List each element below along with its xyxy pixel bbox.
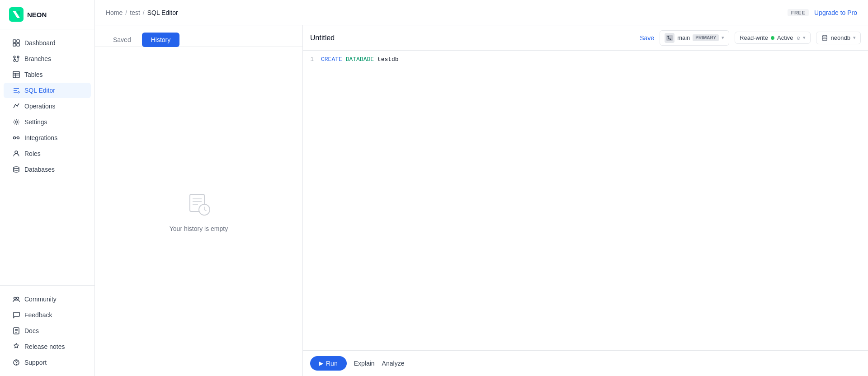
svg-rect-3 [13, 43, 16, 46]
keyword-create: CREATE [321, 56, 342, 63]
chevron-down-icon: ▾ [722, 35, 724, 41]
feedback-icon [13, 311, 20, 319]
support-icon [13, 359, 20, 366]
community-icon [13, 296, 20, 303]
status-dot [771, 36, 774, 40]
sidebar-item-label: Roles [24, 150, 41, 157]
sidebar-item-label: SQL Editor [24, 87, 55, 94]
primary-badge: PRIMARY [693, 34, 719, 41]
status-label: Active [777, 34, 793, 41]
settings-icon [13, 118, 20, 126]
breadcrumb-project[interactable]: test [130, 9, 140, 16]
neon-logo-icon [9, 7, 24, 22]
chevron-down-icon: ▾ [803, 35, 806, 41]
line-number: 1 [303, 56, 321, 63]
sidebar-nav: Dashboard Branches Tables SQL Ed [0, 29, 94, 285]
db-name: neondb [831, 34, 850, 41]
breadcrumb-sep2: / [143, 9, 145, 16]
main-area: Home / test / SQL Editor FREE Upgrade to… [95, 0, 868, 376]
svg-point-24 [16, 364, 17, 365]
sidebar-item-label: Tables [24, 71, 42, 78]
sidebar-item-tables[interactable]: Tables [4, 67, 91, 82]
svg-point-15 [15, 151, 18, 154]
tables-icon [13, 71, 20, 78]
svg-point-6 [17, 56, 19, 58]
history-content: Your history is empty [95, 47, 302, 376]
svg-rect-4 [17, 43, 19, 46]
breadcrumb-home[interactable]: Home [106, 9, 123, 16]
sidebar-item-label: Operations [24, 103, 55, 110]
sidebar-item-databases[interactable]: Databases [4, 162, 91, 177]
topbar: Home / test / SQL Editor FREE Upgrade to… [95, 0, 868, 25]
explain-button[interactable]: Explain [354, 360, 375, 367]
sidebar-item-branches[interactable]: Branches [4, 51, 91, 66]
code-line-1: 1 CREATE DATABADE testdb [303, 56, 868, 63]
databases-icon [13, 166, 20, 173]
branch-icon-svg [666, 35, 673, 41]
sidebar-item-support[interactable]: Support [4, 355, 91, 370]
sidebar-item-docs[interactable]: Docs [4, 323, 91, 338]
sidebar-item-sql-editor[interactable]: SQL Editor [4, 83, 91, 98]
sidebar-item-label: Community [24, 296, 57, 303]
code-value: testdb [377, 56, 399, 63]
sidebar-item-label: Databases [24, 166, 55, 173]
svg-point-14 [17, 137, 19, 139]
right-panel: Untitled Save main PRIMARY ▾ [303, 25, 868, 376]
branch-selector[interactable]: main PRIMARY ▾ [660, 30, 729, 46]
sidebar-bottom: Community Feedback Docs Release notes [0, 285, 94, 376]
compute-option: e [797, 34, 800, 41]
history-empty-icon [185, 191, 212, 218]
sidebar-item-label: Dashboard [24, 39, 56, 47]
left-panel: Saved History Your history is empty [95, 25, 303, 376]
editor-title: Untitled [310, 34, 634, 42]
chevron-down-icon: ▾ [853, 35, 856, 41]
breadcrumb-current: SQL Editor [147, 9, 178, 16]
run-button[interactable]: ▶ Run [310, 356, 347, 371]
save-button[interactable]: Save [640, 34, 654, 42]
compute-selector[interactable]: Read-write Active e ▾ [735, 32, 811, 44]
sidebar: NEON Dashboard Branches Tables [0, 0, 95, 376]
sidebar-item-release-notes[interactable]: Release notes [4, 339, 91, 354]
svg-point-13 [14, 137, 16, 139]
code-content: CREATE DATABADE testdb [321, 56, 399, 63]
tab-saved[interactable]: Saved [104, 33, 140, 47]
editor-header: Untitled Save main PRIMARY ▾ [303, 25, 868, 51]
sidebar-item-label: Branches [24, 55, 51, 62]
code-editor[interactable]: 1 CREATE DATABADE testdb [303, 51, 868, 350]
run-label: Run [326, 360, 338, 367]
sidebar-item-roles[interactable]: Roles [4, 146, 91, 161]
history-empty-text: Your history is empty [170, 225, 228, 232]
sidebar-item-integrations[interactable]: Integrations [4, 130, 91, 146]
release-notes-icon [13, 343, 20, 350]
sidebar-item-operations[interactable]: Operations [4, 99, 91, 114]
db-selector[interactable]: neondb ▾ [816, 32, 861, 44]
keyword-database: DATABADE [346, 56, 374, 63]
database-icon [821, 34, 828, 42]
sidebar-item-feedback[interactable]: Feedback [4, 307, 91, 323]
branch-name: main [677, 34, 690, 41]
sidebar-item-label: Support [24, 359, 47, 366]
sidebar-item-label: Feedback [24, 311, 52, 319]
sidebar-item-label: Settings [24, 118, 47, 126]
tab-history[interactable]: History [142, 33, 180, 47]
sidebar-item-label: Integrations [24, 134, 57, 141]
grid-icon [13, 39, 20, 47]
logo-text: NEON [27, 11, 47, 19]
roles-icon [13, 150, 20, 157]
sidebar-item-community[interactable]: Community [4, 291, 91, 307]
upgrade-button[interactable]: Upgrade to Pro [814, 9, 857, 16]
free-badge: FREE [788, 9, 809, 16]
svg-rect-2 [17, 40, 19, 42]
sidebar-item-settings[interactable]: Settings [4, 114, 91, 130]
docs-icon [13, 327, 20, 334]
analyze-button[interactable]: Analyze [382, 360, 405, 367]
svg-point-16 [14, 167, 19, 169]
breadcrumb-sep1: / [125, 9, 127, 16]
play-icon: ▶ [319, 360, 323, 367]
svg-point-31 [822, 35, 827, 37]
svg-rect-1 [13, 40, 16, 42]
breadcrumb: Home / test / SQL Editor [106, 9, 178, 16]
tabs: Saved History [95, 25, 302, 47]
content-area: Saved History Your history is empty Unti… [95, 25, 868, 376]
sidebar-item-dashboard[interactable]: Dashboard [4, 35, 91, 51]
